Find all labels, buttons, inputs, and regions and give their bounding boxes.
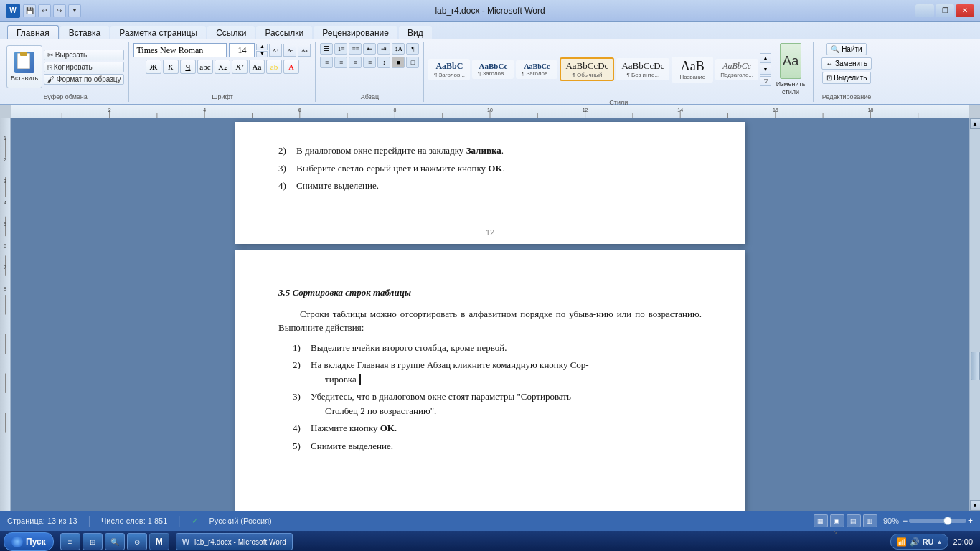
replace-button[interactable]: ↔ Заменить [821, 57, 872, 70]
format-painter-button[interactable]: 🖌 Формат по образцу [44, 74, 124, 85]
titlebar: W 💾 ↩ ↪ ▼ lab_r4.docx - Microsoft Word —… [0, 0, 980, 22]
clipboard-small-btns: ✂ Вырезать ⎘ Копировать 🖌 Формат по обра… [44, 50, 124, 85]
tab-references[interactable]: Ссылки [207, 26, 255, 39]
zoom-out-button[interactable]: − [903, 516, 908, 526]
italic-button[interactable]: К [163, 60, 179, 74]
justify-button[interactable]: ≡ [363, 57, 376, 68]
zoom-slider[interactable] [909, 519, 966, 523]
start-button[interactable]: Пуск [4, 532, 54, 551]
font-size-increase[interactable]: ▲ [256, 44, 268, 50]
case-button[interactable]: Аа [249, 60, 265, 74]
view-btn-print[interactable]: ▦ [814, 514, 828, 527]
align-right-button[interactable]: ≡ [349, 57, 362, 68]
style-subtitle[interactable]: AaBbCс Подзаголо... [715, 59, 758, 80]
underline-button[interactable]: Ч [180, 60, 196, 74]
zoom-thumb[interactable] [943, 517, 952, 525]
cut-button[interactable]: ✂ Вырезать [44, 50, 124, 60]
page2-content: 3.5 Сортировка строк таблицы Строки табл… [278, 286, 702, 453]
font-size-decrease[interactable]: ▼ [256, 51, 268, 57]
bold-button[interactable]: Ж [146, 60, 161, 74]
styles-scroll-up[interactable]: ▲ [760, 53, 771, 63]
tab-home[interactable]: Главная [7, 25, 59, 39]
lang-indicator[interactable]: RU [923, 537, 934, 546]
select-button[interactable]: ⊡ Выделить [822, 72, 872, 84]
taskbar-media-btn[interactable]: 🔍 [105, 533, 125, 550]
tab-mailings[interactable]: Рассылки [256, 26, 312, 39]
show-marks-button[interactable]: ¶ [406, 43, 419, 55]
system-clock: 20:00 [953, 537, 973, 546]
bullet-list-button[interactable]: ☰ [320, 43, 333, 55]
word-count-status: Число слов: 1 851 [101, 517, 167, 525]
taskbar-ie-btn[interactable]: ⊞ [83, 533, 103, 550]
vertical-scrollbar: ▲ ▼ [969, 118, 980, 511]
increase-indent-button[interactable]: ⇥ [377, 43, 390, 55]
sort-button[interactable]: ↕A [392, 43, 405, 55]
save-qat-btn[interactable]: 💾 [23, 4, 36, 17]
scroll-up-button[interactable]: ▲ [970, 118, 981, 129]
language-status[interactable]: Русский (Россия) [209, 517, 272, 525]
tab-review[interactable]: Рецензирование [314, 26, 397, 39]
line-spacing-button[interactable]: ↕ [377, 57, 390, 68]
font-increase-large[interactable]: A+ [269, 44, 282, 57]
font-name-row: Times New Roman 14 ▲ ▼ A+ A- Aa [133, 43, 311, 57]
tab-insert[interactable]: Вставка [60, 26, 110, 39]
list-item: 5) Снимите выделение. [293, 439, 702, 453]
undo-qat-btn[interactable]: ↩ [38, 4, 51, 17]
change-styles-button[interactable]: Аа Изменить стили [773, 43, 809, 96]
close-button[interactable]: ✕ [956, 4, 974, 17]
shading-button[interactable]: ■ [392, 57, 405, 68]
color-button[interactable]: A [283, 60, 299, 74]
numbered-list-button[interactable]: 1≡ [334, 43, 347, 55]
scroll-track[interactable] [970, 129, 981, 500]
active-window-button[interactable]: W lab_r4.docx - Microsoft Word [176, 533, 293, 550]
style-heading1[interactable]: AaBbC ¶ Заголов... [428, 59, 470, 80]
clipboard-expand[interactable]: ↘ [833, 529, 838, 535]
spell-check-icon[interactable]: ✓ [192, 516, 199, 526]
zoom-control: 90% − + [883, 516, 973, 526]
zoom-text: 90% [883, 517, 899, 525]
superscript-button[interactable]: X² [232, 60, 248, 74]
redo-qat-btn[interactable]: ↪ [53, 4, 66, 17]
style-heading3[interactable]: AaBbCс ¶ Заголов... [516, 60, 557, 79]
copy-button[interactable]: ⎘ Копировать [44, 62, 124, 72]
style-no-spacing[interactable]: AaBbCcDс ¶ Без инте... [616, 58, 669, 80]
styles-scroll-down[interactable]: ▼ [760, 65, 771, 75]
font-name-input[interactable]: Times New Roman [133, 43, 227, 57]
view-btn-fullscreen[interactable]: ▣ [830, 514, 844, 527]
view-btn-web[interactable]: ▤ [847, 514, 861, 527]
tab-view[interactable]: Вид [399, 26, 432, 39]
style-title[interactable]: AaB Название [672, 57, 713, 83]
list-item: 1) Выделите ячейки второго столбца, кром… [293, 341, 702, 355]
multilevel-list-button[interactable]: ≡≡ [349, 43, 362, 55]
align-left-button[interactable]: ≡ [320, 57, 333, 68]
zoom-in-button[interactable]: + [968, 516, 973, 526]
qat-dropdown-btn[interactable]: ▼ [68, 4, 81, 17]
style-heading2[interactable]: AaBbCс ¶ Заголов... [472, 60, 514, 79]
font-size-input[interactable]: 14 [229, 43, 255, 57]
list-item: 3) Убедитесь, что в диалоговом окне стоя… [293, 390, 702, 418]
style-normal[interactable]: AaBbCcDс ¶ Обычный [560, 57, 614, 81]
strikethrough-button[interactable]: abc [197, 60, 213, 74]
find-button[interactable]: 🔍 Найти [826, 43, 866, 55]
align-center-button[interactable]: ≡ [334, 57, 347, 68]
clear-format-btn[interactable]: Aa [298, 44, 311, 57]
list-item: 2) В диалоговом окне перейдите на заклад… [278, 143, 702, 158]
arrow-up-icon[interactable]: ▲ [937, 539, 943, 545]
border-button[interactable]: □ [406, 57, 419, 68]
highlight-button[interactable]: ab [266, 60, 282, 74]
taskbar-misc-btn[interactable]: ⊙ [127, 533, 147, 550]
scroll-thumb[interactable] [971, 352, 980, 380]
font-decrease-large[interactable]: A- [283, 44, 296, 57]
minimize-button[interactable]: — [915, 4, 934, 17]
styles-expand[interactable]: ▽ [760, 76, 771, 86]
paste-button[interactable]: Вставить [6, 45, 42, 88]
view-btn-outline[interactable]: ▥ [863, 514, 877, 527]
decrease-indent-button[interactable]: ⇤ [363, 43, 376, 55]
maximize-button[interactable]: ❐ [936, 4, 954, 17]
taskbar-word-btn[interactable]: M [149, 533, 169, 550]
tab-layout[interactable]: Разметка страницы [110, 26, 206, 39]
subscript-button[interactable]: X₂ [215, 60, 230, 74]
para-align-icons: ≡ ≡ ≡ ≡ ↕ ■ □ [320, 57, 419, 68]
scroll-down-button[interactable]: ▼ [970, 500, 981, 511]
taskbar-explorer-btn[interactable]: ≡ [60, 533, 80, 550]
